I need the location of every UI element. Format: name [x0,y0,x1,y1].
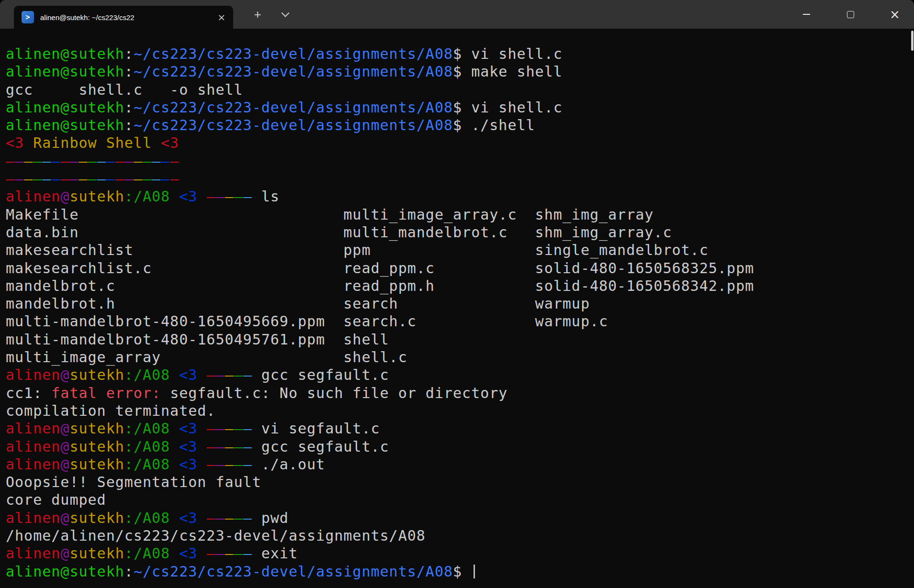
terminal-text-segment: $ [453,45,471,62]
terminal-line: alinen@sutekh:/A08 <3 ————— gcc segfault… [6,438,908,455]
terminal-text-segment: — [225,510,234,526]
terminal-text-segment: $ [453,63,471,80]
terminal-text-segment: exit [261,545,298,562]
terminal-text-segment: @ [60,420,69,437]
terminal-line: alinen@sutekh:/A08 <3 ————— vi segfault.… [6,420,908,437]
terminal-text-segment: — [97,170,106,187]
terminal-text-segment: ./a.out [261,456,325,473]
terminal-text-segment: — [6,153,15,169]
terminal-text-segment: mandelbrot.c read_ppm.h solid-480-165056… [6,277,754,294]
terminal-text-segment [197,438,206,455]
terminal-line: alinen@sutekh:~/cs223/cs223-devel/assign… [6,45,908,63]
minimize-button[interactable] [794,0,818,29]
terminal-text-segment: — [215,510,225,526]
tab-close-icon[interactable]: × [217,12,226,22]
terminal-text-segment: — [215,438,225,455]
terminal-line: alinen@sutekh:~/cs223/cs223-devel/assign… [6,63,908,80]
terminal-text-segment: cc1: [6,385,51,401]
terminal-text-segment: — [60,170,69,187]
close-button[interactable]: × [883,0,907,29]
terminal-line: alinen@sutekh:~/cs223/cs223-devel/assign… [6,99,908,116]
terminal-text-segment: — [69,153,79,169]
terminal-line: compilation terminated. [6,402,908,420]
terminal-text-segment: @ [60,545,69,562]
terminal-text-segment [170,438,179,455]
minimize-icon [803,14,810,15]
new-tab-button[interactable]: + [250,0,265,29]
terminal-line: ——————————————————— [6,170,908,188]
maximize-button[interactable] [838,0,862,29]
terminal-text-segment: — [234,545,243,562]
terminal-text-segment: — [124,170,134,187]
terminal-text-segment [252,438,261,455]
terminal-text-segment [252,545,261,562]
terminal-text-segment: sutekh [69,456,124,473]
terminal-line: multi_image_array shell.c [6,348,908,366]
tab-alinen-sutekh[interactable]: > alinen@sutekh: ~/cs223/cs22 × [14,6,233,29]
terminal-text-segment: — [206,456,215,473]
terminal-text-segment: @ [60,366,69,383]
terminal-text-segment: — [152,170,161,187]
terminal-text-segment: sutekh [69,545,124,562]
terminal-line: alinen@sutekh:/A08 <3 ————— ls [6,188,908,205]
terminal-text-segment: compilation terminated. [6,402,215,419]
terminal-text-segment: pwd [261,510,289,526]
terminal-text-segment: — [234,366,243,383]
terminal-text-segment [197,188,206,205]
terminal-text-segment: : [124,45,134,62]
terminal-text-segment: — [24,153,33,169]
terminal-text-segment: <3 [179,366,197,383]
terminal-text-segment: — [115,153,124,169]
terminal-text-segment: — [88,153,97,169]
terminal-text-segment: /A08 [134,456,170,473]
terminal-text-segment: — [170,170,179,187]
terminal-text-segment: alinen [6,545,60,562]
terminal-text-segment: /A08 [134,545,170,562]
terminal-text-segment: data.bin multi_mandelbrot.c shm_img_arra… [6,224,672,241]
terminal-text-segment: — [134,170,143,187]
terminal-text-segment: ~/cs223/cs223-devel/assignments/A08 [134,117,453,133]
terminal-text-segment: — [60,153,69,169]
terminal-text-segment: — [225,420,234,437]
terminal-text-segment: — [79,153,88,169]
tab-dropdown-button[interactable] [277,0,294,29]
terminal-text-segment [252,420,261,437]
terminal-text-segment: alinen@sutekh [6,45,124,62]
terminal-line: mandelbrot.h search warmup [6,295,908,312]
terminal-output[interactable]: alinen@sutekh:~/cs223/cs223-devel/assign… [0,29,914,588]
terminal-text-segment: — [243,420,252,437]
terminal-text-segment: — [243,545,252,562]
terminal-text-segment: — [243,456,252,473]
terminal-text-segment: — [161,170,170,187]
terminal-text-segment: — [234,188,243,205]
terminal-text-segment: — [51,153,60,169]
terminal-text-segment: — [206,188,215,205]
terminal-text-segment: makesearchlist.c read_ppm.c solid-480-16… [6,260,754,277]
close-icon: × [890,8,900,21]
terminal-text-segment [252,188,261,205]
terminal-text-segment: : [124,456,134,473]
terminal-text-segment: /A08 [134,438,170,455]
terminal-line: makesearchlist.c read_ppm.c solid-480-16… [6,259,908,277]
terminal-text-segment: Rainbow Shell [24,134,161,151]
terminal-text-segment [197,456,206,473]
terminal-line: alinen@sutekh:~/cs223/cs223-devel/assign… [6,116,908,134]
terminal-text-segment: : [124,545,134,562]
terminal-text-segment: makesearchlist ppm single_mandelbrot.c [6,242,709,258]
terminal-text-segment: vi segfault.c [261,420,380,437]
terminal-text-segment: — [15,153,24,169]
title-bar: > alinen@sutekh: ~/cs223/cs22 × + × [0,0,914,29]
terminal-text-segment: — [206,438,215,455]
terminal-text-segment: — [225,188,234,205]
terminal-text-segment: : [124,563,134,580]
terminal-text-segment [170,188,179,205]
terminal-text-segment: /A08 [134,510,170,526]
terminal-text-segment: @ [60,510,69,526]
scrollbar-thumb[interactable] [911,31,914,51]
terminal-text-segment: — [134,153,143,169]
terminal-text-segment: $ [453,99,471,116]
terminal-text-segment: @ [60,438,69,455]
terminal-text-segment: — [88,170,97,187]
terminal-text-segment: segfault.c: No such file or directory [170,385,508,401]
terminal-text-segment [170,456,179,473]
